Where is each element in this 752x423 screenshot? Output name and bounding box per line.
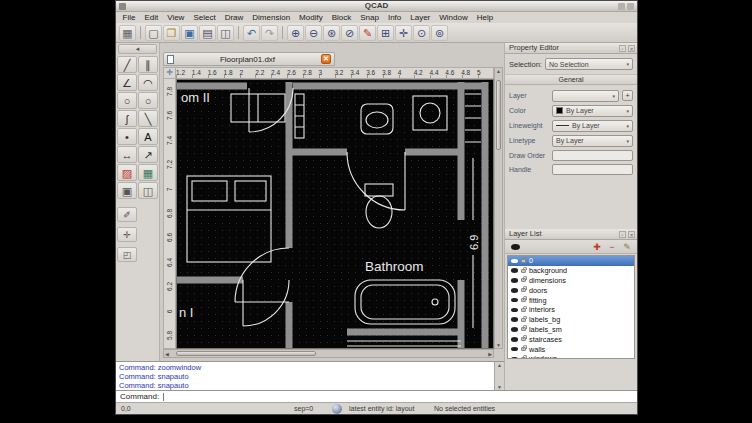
zoom-page-button[interactable]: ⊚ <box>431 25 448 41</box>
palette-back-button[interactable]: ◂ <box>118 44 157 54</box>
layer-lock-icon[interactable] <box>521 308 526 312</box>
menu-info[interactable]: Info <box>383 13 405 22</box>
layer-visibility-icon[interactable] <box>511 268 518 273</box>
ellipse-tool[interactable]: ○ <box>138 92 158 109</box>
property-editor-titlebar[interactable]: Property Editor ▫ ✕ <box>505 43 637 54</box>
save-file-button[interactable]: ▣ <box>181 25 198 41</box>
menu-modify[interactable]: Modify <box>295 13 328 22</box>
layer-lock-icon[interactable] <box>521 347 526 351</box>
previous-view-button[interactable]: ⊘ <box>341 25 358 41</box>
menu-layer[interactable]: Layer <box>406 13 435 22</box>
layer-row[interactable]: labels_bg <box>508 315 634 325</box>
layer-row[interactable]: interiors <box>508 305 634 315</box>
menu-file[interactable]: File <box>118 13 140 22</box>
snap-extra-tool[interactable]: ✛ <box>117 227 137 242</box>
dimension-tool[interactable]: ↔ <box>117 146 137 163</box>
command-history-scrollbar[interactable]: ▲ ▼ <box>494 362 504 390</box>
close-button[interactable] <box>627 3 634 10</box>
horizontal-scroll-thumb[interactable] <box>176 351 316 356</box>
layer-visibility-icon[interactable] <box>511 327 518 332</box>
layer-row[interactable]: windows <box>508 354 634 359</box>
undo-button[interactable]: ↶ <box>243 25 260 41</box>
draw-pencil-button[interactable]: ✎ <box>359 25 376 41</box>
menu-view[interactable]: View <box>163 13 189 22</box>
angle-tool[interactable]: ∠ <box>117 74 137 91</box>
zoom-out-button[interactable]: ⊖ <box>305 25 322 41</box>
scroll-left-icon[interactable]: ◀ <box>165 350 169 358</box>
document-close-icon[interactable]: ✕ <box>321 54 331 64</box>
ruler-origin-icon[interactable]: ✛ <box>163 67 176 79</box>
scroll-up-icon[interactable]: ▲ <box>495 362 504 368</box>
field-extra-button-layer[interactable]: + <box>622 90 633 101</box>
redraw-button[interactable]: ⊙ <box>413 25 430 41</box>
arc-tool[interactable]: ◠ <box>138 74 158 91</box>
zoom-window-button[interactable]: ⊞ <box>377 25 394 41</box>
layer-visibility-icon[interactable] <box>511 357 518 359</box>
menu-window[interactable]: Window <box>435 13 472 22</box>
vertical-scroll-thumb[interactable] <box>496 80 501 150</box>
redo-button[interactable]: ↷ <box>261 25 278 41</box>
document-tab[interactable]: Floorplan01.dxf ✕ <box>163 52 335 66</box>
open-file-button[interactable]: ❐ <box>163 25 180 41</box>
drawing-canvas[interactable]: om II Bathroom n I 6.9 <box>176 79 494 349</box>
layer-row[interactable]: fitting <box>508 295 634 305</box>
layer-lock-icon[interactable] <box>521 288 526 292</box>
layer-lock-icon[interactable] <box>521 298 526 302</box>
block-tool[interactable]: ▣ <box>117 182 137 199</box>
main-tools-button[interactable]: ▦ <box>119 25 136 41</box>
field-select-linetype[interactable]: By Layer▾ <box>552 135 633 147</box>
field-input-handle[interactable] <box>552 164 633 175</box>
selection-combobox[interactable]: No Selection ▾ <box>545 58 633 70</box>
field-select-lineweight[interactable]: By Layer▾ <box>552 120 633 132</box>
layer-row[interactable]: staircases <box>508 334 634 344</box>
layer-row[interactable]: doors <box>508 285 634 295</box>
command-input-row[interactable]: Command: <box>116 390 637 402</box>
layer-lock-icon[interactable] <box>521 278 526 282</box>
layer-row[interactable]: walls <box>508 344 634 354</box>
layer-lock-icon[interactable] <box>521 269 526 273</box>
layer-lock-icon[interactable] <box>521 259 526 263</box>
new-file-button[interactable]: ▢ <box>145 25 162 41</box>
scroll-down-icon[interactable]: ▼ <box>495 342 502 348</box>
image-tool[interactable]: ▦ <box>138 164 158 181</box>
layer-row[interactable]: 0 <box>508 256 634 266</box>
layer-list-titlebar[interactable]: Layer List ▫ ✕ <box>505 229 637 240</box>
scroll-right-icon[interactable]: ▶ <box>488 350 492 358</box>
menu-snap[interactable]: Snap <box>356 13 384 22</box>
layer-lock-icon[interactable] <box>521 337 526 341</box>
menu-block[interactable]: Block <box>327 13 356 22</box>
horizontal-scrollbar[interactable]: ◀ ▶ <box>163 349 494 358</box>
leader-tool[interactable]: ↗ <box>138 146 158 163</box>
remove-layer-button[interactable]: − <box>606 241 618 253</box>
add-layer-button[interactable]: ✚ <box>591 241 603 253</box>
general-section-header[interactable]: General <box>505 74 637 85</box>
cube-extra-tool[interactable]: ◰ <box>117 247 137 262</box>
pan-button[interactable]: ✛ <box>395 25 412 41</box>
layer-lock-icon[interactable] <box>521 318 526 322</box>
zoom-in-button[interactable]: ⊕ <box>287 25 304 41</box>
layer-visibility-icon[interactable] <box>511 337 518 342</box>
layer-visibility-icon[interactable] <box>511 259 518 264</box>
text-tool[interactable]: A <box>138 128 158 145</box>
layer-row[interactable]: dimensions <box>508 276 634 286</box>
scroll-up-icon[interactable]: ▲ <box>495 68 502 74</box>
layer-visibility-icon[interactable] <box>511 347 518 352</box>
layer-lock-icon[interactable] <box>521 327 526 331</box>
field-input-draw-order[interactable] <box>552 150 633 161</box>
layer-row[interactable]: background <box>508 266 634 276</box>
field-select-color[interactable]: By Layer▾ <box>552 105 633 117</box>
layer-row[interactable]: labels_sm <box>508 325 634 335</box>
layer-visibility-icon[interactable] <box>511 317 518 322</box>
layer-visibility-icon[interactable] <box>511 278 518 283</box>
window-menu-icon[interactable] <box>119 3 126 10</box>
float-panel-icon[interactable]: ▫ <box>619 231 626 238</box>
layer-visibility-icon[interactable] <box>511 288 518 293</box>
layer-visibility-icon[interactable] <box>511 308 518 313</box>
line-tool[interactable]: ╱ <box>117 56 137 73</box>
vertical-scrollbar[interactable]: ▲ ▼ <box>494 67 503 349</box>
spline-tool[interactable]: ʃ <box>117 110 137 127</box>
toggle-all-visibility-button[interactable] <box>509 241 521 253</box>
parallel-tool[interactable]: ∥ <box>138 56 158 73</box>
window-titlebar[interactable]: QCAD <box>116 1 637 12</box>
close-panel-icon[interactable]: ✕ <box>628 45 635 52</box>
